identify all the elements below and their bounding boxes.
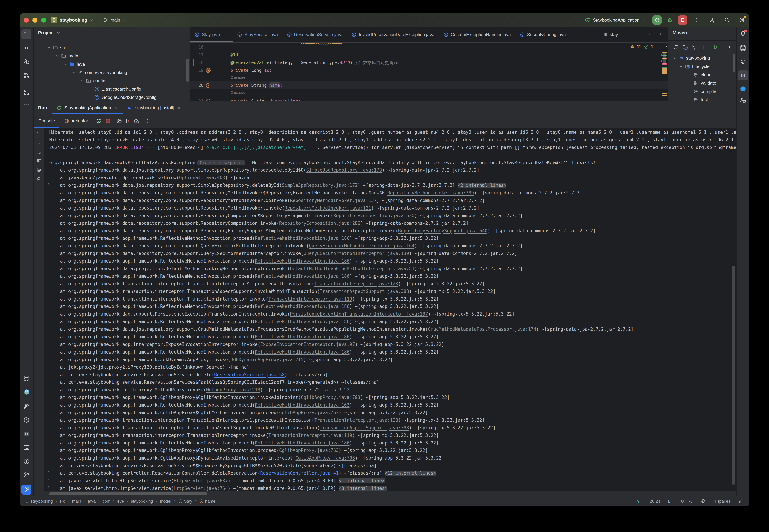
- maven-item-compile[interactable]: compile: [687, 87, 716, 96]
- bookmarks-icon[interactable]: [21, 429, 31, 439]
- stacktrace-link[interactable]: RepositoryMethodInvoker.java:121: [285, 205, 371, 211]
- kebab-icon[interactable]: [718, 105, 722, 110]
- maven-item-validate[interactable]: validate: [687, 79, 716, 87]
- stacktrace-link[interactable]: RepositoryMethodInvoker.java:289: [387, 190, 474, 195]
- stacktrace-link[interactable]: PersistenceExceptionTranslationIntercept…: [290, 311, 428, 317]
- fold-expand-icon[interactable]: [46, 470, 51, 474]
- next-problem-icon[interactable]: [665, 44, 668, 49]
- error-stripe-mark[interactable]: [662, 70, 667, 73]
- add-user-button[interactable]: [709, 17, 716, 23]
- stacktrace-link[interactable]: ReflectiveMethodInvocation.java:186: [255, 304, 350, 309]
- stacktrace-link[interactable]: SimpleJpaRepository.java:173: [306, 167, 382, 173]
- maven-item-staybooking[interactable]: mstaybooking: [673, 54, 710, 62]
- download-icon[interactable]: [690, 44, 696, 50]
- stacktrace-link[interactable]: ReflectiveMethodInvocation.java:186: [255, 236, 350, 241]
- open-in-editor-icon[interactable]: [125, 118, 131, 124]
- down-arrow-icon[interactable]: [36, 140, 41, 146]
- editor-tab-CustomExceptionHandler.java[interactable]: CCustomExceptionHandler.java: [439, 27, 515, 42]
- error-stripe-mark[interactable]: [661, 60, 662, 62]
- stacktrace-link[interactable]: RepositoryMethodInvoker.java:137: [290, 198, 377, 203]
- stacktrace-link[interactable]: TransactionInterceptor.java:119: [268, 296, 352, 302]
- stacktrace-link[interactable]: JdkDynamicAopProxy.java:215: [231, 357, 304, 362]
- stacktrace-link[interactable]: ReflectiveMethodInvocation.java:186: [255, 440, 350, 446]
- stacktrace-link[interactable]: RepositoryComposition.java:530: [333, 213, 415, 218]
- maven-item-clean[interactable]: clean: [687, 71, 712, 79]
- maven-item-test[interactable]: test: [687, 96, 708, 101]
- breadcrumb-item[interactable]: eve: [117, 499, 124, 504]
- settings-button[interactable]: [738, 17, 745, 23]
- stacktrace-link[interactable]: CglibAopProxy.java:763: [279, 448, 339, 453]
- tree-item-src[interactable]: src: [47, 43, 66, 52]
- stacktrace-link[interactable]: ReservationService.java:58: [214, 372, 285, 377]
- stacktrace-link[interactable]: TransactionAspectSupport.java:388: [320, 289, 409, 294]
- stacktrace-link[interactable]: MethodProxy.java:218: [206, 387, 260, 392]
- plus-icon[interactable]: [701, 44, 706, 50]
- git-icon[interactable]: [21, 470, 31, 480]
- console-hscrollbar[interactable]: [34, 491, 736, 496]
- run-tab-staybooking [install][interactable]: mstaybooking [install]: [122, 101, 185, 114]
- notifications-bell-icon[interactable]: [738, 29, 748, 39]
- project-panel-title[interactable]: Project: [38, 30, 54, 36]
- build-hammer-icon[interactable]: [21, 401, 31, 411]
- stacktrace-link[interactable]: RepositoryFactorySupport.java:640: [398, 228, 487, 233]
- console-tab-Actuator[interactable]: Actuator: [59, 114, 93, 128]
- breadcrumb-item[interactable]: main: [72, 499, 81, 504]
- breadcrumb-item[interactable]: staybooking: [131, 499, 153, 504]
- error-stripe-mark[interactable]: [662, 95, 667, 96]
- tree-item-ElasticsearchConfig[interactable]: CElasticsearchConfig: [88, 85, 141, 93]
- fold-expand-icon[interactable]: [46, 485, 51, 489]
- stacktrace-link[interactable]: QueryExecutorMethodInterceptor.java:139: [304, 251, 409, 256]
- chevron-down-icon[interactable]: [673, 56, 679, 60]
- structure-icon[interactable]: [21, 87, 31, 97]
- inspections-widget[interactable]: 111: [630, 44, 668, 49]
- tree-item-java[interactable]: java: [63, 60, 85, 68]
- console-scrollbar[interactable]: [732, 266, 735, 485]
- close-tab-icon[interactable]: [113, 106, 118, 110]
- editor-tab-StayService.java[interactable]: CStayService.java: [233, 27, 282, 42]
- breadcrumb-item[interactable]: com: [102, 499, 110, 504]
- stacktrace-link[interactable]: CglibAopProxy.java:763: [279, 410, 339, 415]
- rerun-icon[interactable]: [95, 118, 101, 124]
- tree-item-GoogleCloudStorageConfig[interactable]: CGoogleCloudStorageConfig: [88, 93, 156, 101]
- console-tab-Console[interactable]: Console: [34, 114, 59, 128]
- soft-wrap-icon[interactable]: [36, 150, 41, 155]
- more-icon[interactable]: [21, 99, 31, 109]
- minimize-window-button[interactable]: [32, 18, 37, 23]
- project-switcher[interactable]: staybooking: [60, 17, 87, 23]
- ai-robot-icon[interactable]: [701, 499, 706, 504]
- id-attribute-key-icon[interactable]: a: [206, 68, 211, 73]
- chevron-down-icon[interactable]: [71, 70, 77, 75]
- pull-request-icon[interactable]: [21, 70, 31, 80]
- chevron-right-icon[interactable]: [727, 45, 732, 50]
- stacktrace-link[interactable]: TransactionInterceptor.java:123: [314, 418, 398, 423]
- sync-folder-icon[interactable]: [682, 44, 688, 50]
- ai-robot-icon[interactable]: [738, 56, 748, 66]
- stacktrace-link[interactable]: TransactionInterceptor.java:119: [268, 433, 352, 438]
- attribute-icon[interactable]: a: [206, 99, 211, 101]
- chat-bubble-icon[interactable]: [738, 84, 748, 94]
- editor-tab-stay[interactable]: stay: [598, 27, 623, 42]
- chevron-down-icon[interactable]: [63, 62, 69, 66]
- stacktrace-link[interactable]: TransactionInterceptor.java:123: [314, 281, 398, 286]
- commit-icon[interactable]: [21, 43, 31, 53]
- stacktrace-link[interactable]: ReservationController.java:41: [260, 471, 339, 476]
- create-breakpoint-badge[interactable]: Create breakpoint: [198, 160, 245, 165]
- run-tool-icon[interactable]: [21, 485, 31, 495]
- camera-icon[interactable]: [116, 118, 122, 124]
- tree-item-com.eve.staybooking[interactable]: com.eve.staybooking: [71, 68, 127, 77]
- chevron-down-icon[interactable]: [80, 79, 86, 83]
- project-tree-scrollbar[interactable]: [186, 59, 189, 82]
- project-folder-icon[interactable]: [21, 29, 31, 39]
- status-widget[interactable]: 20:24: [650, 499, 660, 504]
- vcs-change-marker[interactable]: [193, 59, 195, 66]
- stacktrace-link[interactable]: CglibAopProxy.java:793: [301, 395, 360, 400]
- stacktrace-link[interactable]: ReflectiveMethodInvocation.java:186: [255, 258, 350, 264]
- maven-tree-scrollbar[interactable]: [733, 54, 735, 72]
- maven-icon[interactable]: m: [738, 70, 748, 80]
- kebab-icon[interactable]: [145, 118, 150, 124]
- stacktrace-link[interactable]: DefaultMethodInvokingMethodInterceptor.j…: [290, 266, 414, 271]
- gauge-icon[interactable]: [133, 118, 139, 124]
- stop-button[interactable]: [678, 15, 687, 25]
- up-arrow-icon[interactable]: [36, 130, 41, 136]
- error-stripe-mark[interactable]: [662, 93, 667, 94]
